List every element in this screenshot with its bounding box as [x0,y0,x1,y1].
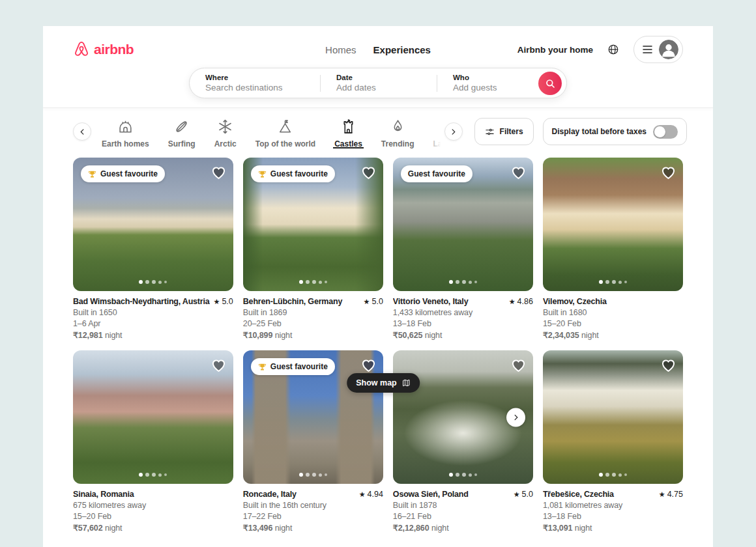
listing-price: ₹10,899 night [243,330,383,340]
category-trending[interactable]: Trending [380,115,416,148]
search-where-field[interactable]: Where Search destinations [190,68,320,98]
airbnb-your-home-link[interactable]: Airbnb your home [517,45,593,55]
arctic-icon [217,119,233,135]
wishlist-heart-button[interactable] [211,164,227,180]
categories-next-button[interactable] [444,122,463,141]
listing-card[interactable]: Sinaia, Romania ★ 675 kilometres away 15… [73,350,233,533]
listing-photo[interactable]: Guest favourite [243,158,383,291]
guest-favourite-badge: Guest favourite [401,165,472,182]
search-date-field[interactable]: Date Add dates [321,68,437,98]
show-map-button[interactable]: Show map [347,373,420,393]
listing-subtitle: Built in 1680 [543,308,683,317]
heart-icon [510,164,527,180]
categories-scroller: Earth homes Surfing Arctic Top of the wo… [100,115,464,148]
listing-meta: Roncade, Italy ★4.94 Built in the 16th c… [243,490,383,533]
categories-prev-button[interactable] [73,122,91,141]
carousel-dots [243,280,383,284]
heart-icon [211,164,227,180]
wishlist-heart-button[interactable] [660,357,676,373]
listing-subtitle: Built in 1650 [73,308,233,317]
nav-tab-homes[interactable]: Homes [325,44,356,55]
listing-price: ₹13,091 night [543,523,683,533]
wishlist-heart-button[interactable] [360,164,377,180]
category-earth-homes[interactable]: Earth homes [100,115,151,148]
filters-button[interactable]: Filters [474,118,534,145]
listing-subtitle: 675 kilometres away [73,501,233,510]
category-top-of-the-world[interactable]: Top of the world [254,115,317,148]
listing-rating: ★5.0 [214,297,233,306]
taxes-toggle[interactable] [653,125,678,139]
listing-dates: 13–18 Feb [543,512,683,521]
listing-subtitle: Built in 1869 [243,308,383,317]
guest-favourite-badge: Guest favourite [251,165,335,182]
listing-meta: Sinaia, Romania ★ 675 kilometres away 15… [73,490,233,533]
listing-rating: ★4.94 [359,490,383,499]
category-surfing[interactable]: Surfing [167,115,197,148]
map-icon [401,378,411,387]
listing-rating: ★4.75 [659,490,683,499]
star-icon: ★ [364,298,370,306]
display-total-before-taxes-control[interactable]: Display total before taxes [543,118,687,145]
date-label: Date [336,74,437,81]
listing-photo[interactable] [543,158,683,291]
listing-price: ₹2,12,860 night [393,523,533,533]
listing-photo[interactable]: Guest favourite [73,158,233,291]
listing-card[interactable]: Guest favourite Bad Wimsbach-Neydharting… [73,158,233,340]
airbnb-belo-icon [73,40,90,59]
chevron-left-icon [79,128,86,135]
listing-location: Vittorio Veneto, Italy [393,297,505,306]
wishlist-heart-button[interactable] [211,357,227,373]
listing-dates: 15–20 Feb [73,512,233,521]
language-globe-button[interactable] [602,38,624,61]
filters-sliders-icon [485,127,495,137]
airbnb-logo[interactable]: airbnb [73,40,134,59]
wishlist-heart-button[interactable] [510,164,527,180]
carousel-dots [73,473,233,477]
wishlist-heart-button[interactable] [360,357,377,373]
carousel-dots [543,280,683,284]
user-menu-button[interactable] [633,36,683,63]
heart-icon [211,357,227,373]
search-button[interactable] [538,72,562,95]
search-icon [545,78,555,89]
listing-photo[interactable] [393,350,533,484]
nav-tab-experiences[interactable]: Experiences [373,44,431,55]
listing-location: Behren-Lübchin, Germany [243,297,360,306]
wishlist-heart-button[interactable] [660,164,676,180]
listing-location: Sinaia, Romania [73,490,233,499]
date-placeholder: Add dates [336,83,437,92]
listing-subtitle: 1,081 kilometres away [543,501,683,510]
heart-icon [660,164,676,180]
star-icon: ★ [514,490,520,499]
listing-photo[interactable] [543,350,683,484]
category-arctic[interactable]: Arctic [213,115,238,148]
wishlist-heart-button[interactable] [510,357,527,373]
listing-photo[interactable] [73,350,233,484]
listing-photo[interactable]: Guest favourite [243,350,383,484]
search-bar: Where Search destinations Date Add dates… [189,68,567,98]
guest-favourite-badge: Guest favourite [251,358,335,375]
star-icon: ★ [659,490,665,499]
category-castles[interactable]: Castles [333,115,364,148]
carousel-dots [243,473,383,477]
chevron-right-icon [512,414,519,421]
listings-grid: Guest favourite Bad Wimsbach-Neydharting… [43,148,713,546]
listing-subtitle: Built in the 16th century [243,501,383,510]
heart-icon [360,357,377,373]
listing-price: ₹57,602 night [73,523,233,533]
listing-rating: ★5.0 [514,490,533,499]
listing-card[interactable]: Vilemov, Czechia ★ Built in 1680 15–20 F… [543,158,683,340]
trophy-icon [88,170,96,178]
listing-rating: ★5.0 [364,297,383,306]
listing-photo[interactable]: Guest favourite [393,158,533,291]
heart-icon [510,357,527,373]
listing-card[interactable]: Guest favourite Vittorio Veneto, Italy ★… [393,158,533,340]
listing-card[interactable]: Třebešice, Czechia ★4.75 1,081 kilometre… [543,350,683,533]
heart-icon [360,164,377,180]
listing-card[interactable]: Guest favourite Behren-Lübchin, Germany … [243,158,383,340]
listing-meta: Vittorio Veneto, Italy ★4.86 1,433 kilom… [393,297,533,340]
listing-location: Bad Wimsbach-Neydharting, Austria [73,297,210,306]
toggle-knob [654,126,665,137]
carousel-next-button[interactable] [506,408,525,427]
listing-location: Vilemov, Czechia [543,297,683,306]
